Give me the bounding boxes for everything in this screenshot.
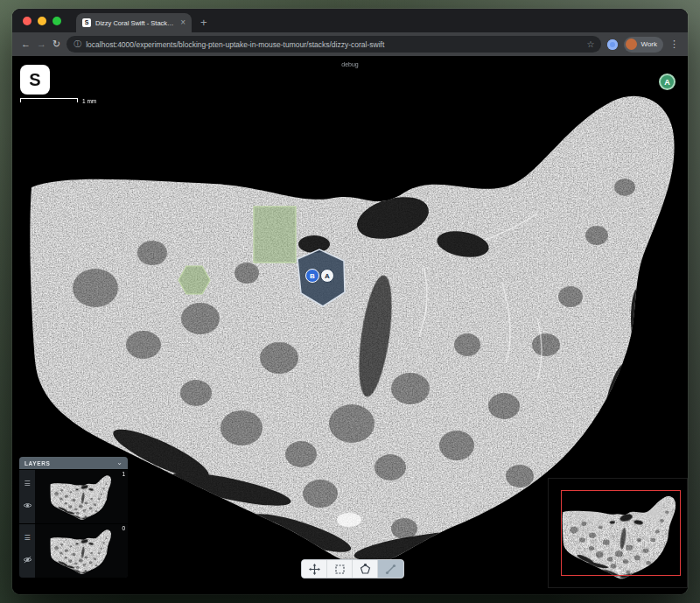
profile-avatar — [626, 39, 637, 50]
annotation-badge-a[interactable]: A — [320, 269, 334, 283]
tab-close-icon[interactable]: × — [180, 18, 186, 27]
window-controls — [12, 9, 69, 32]
new-tab-button[interactable]: + — [200, 16, 207, 29]
drag-handle-icon[interactable]: ☰ — [24, 535, 30, 542]
tool-palette — [301, 559, 404, 578]
minimap-viewport-rect[interactable] — [561, 490, 681, 576]
layers-panel-header[interactable]: LAYERS ⌄ — [19, 457, 128, 469]
bookmark-star-icon[interactable]: ☆ — [587, 39, 595, 49]
rectangle-annotation[interactable] — [254, 207, 296, 263]
slide-viewer-canvas[interactable]: A B S debug A 1 mm LAYERS ⌄ ☰ — [12, 56, 688, 594]
debug-label: debug — [12, 61, 688, 67]
browser-window: S Dizzy Coral Swift - Stacks - Blocking … — [12, 9, 688, 594]
profile-chip[interactable]: Work — [624, 37, 663, 53]
layer-index-badge: 0 — [122, 525, 125, 531]
browser-toolbar: ← → ↻ ⓘ localhost:4000/experiments/block… — [12, 32, 688, 56]
browser-menu-icon[interactable]: ⋮ — [669, 39, 679, 50]
polygon-icon — [360, 564, 371, 575]
forward-icon[interactable]: → — [37, 39, 46, 49]
collapse-chevron-icon[interactable]: ⌄ — [116, 459, 122, 466]
scale-bar-line — [20, 98, 78, 102]
layers-panel-title: LAYERS — [24, 460, 50, 466]
app-logo[interactable]: S — [20, 65, 50, 95]
scale-bar: 1 mm — [20, 98, 96, 104]
marquee-icon — [334, 564, 346, 575]
layer-controls: ☰ — [19, 524, 35, 578]
browser-tab[interactable]: S Dizzy Coral Swift - Stacks - Blocking … — [76, 13, 192, 32]
layer-thumbnail[interactable]: 1 — [35, 470, 128, 523]
user-avatar[interactable]: A — [659, 74, 676, 90]
layer-index-badge: 1 — [122, 471, 125, 477]
tab-strip: S Dizzy Coral Swift - Stacks - Blocking … — [12, 9, 688, 32]
profile-label: Work — [640, 40, 657, 48]
close-window-button[interactable] — [23, 17, 32, 25]
tab-favicon: S — [82, 18, 91, 27]
tab-title: Dizzy Coral Swift - Stacks - Blocking PT… — [95, 19, 176, 27]
measure-tool-button[interactable] — [378, 560, 403, 578]
minimap[interactable] — [548, 478, 688, 588]
move-tool-button[interactable] — [302, 560, 327, 578]
layer-row[interactable]: ☰ 0 — [19, 523, 128, 578]
layers-panel: LAYERS ⌄ ☰ 1 — [19, 457, 128, 578]
visibility-eye-icon[interactable] — [23, 497, 32, 513]
url-text: localhost:4000/experiments/blocking-pten… — [86, 40, 582, 49]
site-info-icon[interactable]: ⓘ — [74, 39, 81, 50]
marquee-tool-button[interactable] — [327, 560, 353, 578]
desktop-wallpaper: S Dizzy Coral Swift - Stacks - Blocking … — [0, 0, 700, 603]
visibility-eye-off-icon[interactable] — [23, 551, 32, 567]
measure-icon — [385, 564, 396, 575]
extension-icon[interactable] — [607, 39, 618, 50]
layer-row[interactable]: ☰ 1 — [19, 469, 128, 523]
minimize-window-button[interactable] — [38, 17, 46, 25]
zoom-window-button[interactable] — [52, 17, 61, 25]
annotation-badge-b[interactable]: B — [305, 269, 319, 283]
back-icon[interactable]: ← — [21, 39, 31, 49]
drag-handle-icon[interactable]: ☰ — [24, 480, 30, 487]
layer-controls: ☰ — [19, 470, 35, 523]
scale-bar-label: 1 mm — [82, 98, 96, 104]
address-bar[interactable]: ⓘ localhost:4000/experiments/blocking-pt… — [66, 36, 601, 53]
move-icon — [309, 564, 320, 575]
polygon-tool-button[interactable] — [353, 560, 378, 578]
layer-thumbnail[interactable]: 0 — [35, 524, 128, 578]
reload-icon[interactable]: ↻ — [52, 39, 60, 49]
